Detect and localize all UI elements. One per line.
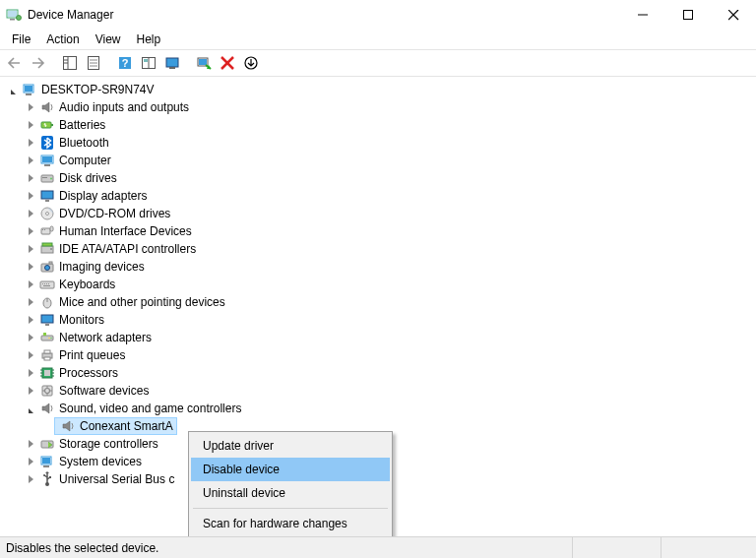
svg-rect-83	[42, 458, 50, 464]
status-cell-3	[662, 537, 750, 558]
svg-point-66	[50, 338, 52, 340]
svg-rect-47	[50, 226, 53, 231]
show-hide-tree-button[interactable]	[59, 52, 81, 74]
tree-category[interactable]: Batteries	[4, 116, 756, 134]
window-title: Device Manager	[28, 8, 620, 22]
tree-category[interactable]: Network adapters	[4, 329, 756, 346]
svg-rect-72	[44, 370, 50, 376]
svg-rect-53	[49, 262, 52, 264]
tree-category[interactable]: Imaging devices	[4, 258, 756, 276]
expand-collapse-icon[interactable]	[24, 262, 37, 273]
expand-collapse-icon[interactable]	[24, 350, 37, 361]
tree-item-label: Computer	[59, 154, 111, 167]
tree-item-label: Sound, video and game controllers	[59, 402, 241, 415]
tree-category[interactable]: Monitors	[4, 311, 756, 329]
update-driver-button[interactable]	[240, 52, 262, 74]
svg-rect-62	[41, 315, 53, 323]
tree-category[interactable]: Processors	[4, 364, 756, 382]
expand-collapse-icon[interactable]	[24, 191, 37, 202]
help-button[interactable]: ?	[114, 52, 136, 74]
maximize-button[interactable]	[665, 0, 711, 30]
disable-button[interactable]	[217, 52, 238, 74]
context-menu-separator	[193, 508, 388, 509]
menu-file[interactable]: File	[4, 31, 38, 48]
tree-category[interactable]: Print queues	[4, 346, 756, 364]
expand-collapse-icon[interactable]	[24, 173, 37, 184]
svg-rect-49	[42, 243, 52, 246]
svg-rect-21	[166, 58, 178, 67]
expand-collapse-icon[interactable]	[24, 226, 37, 237]
tree-category[interactable]: Human Interface Devices	[4, 222, 756, 240]
tree-item-label: System devices	[59, 455, 142, 468]
expand-collapse-icon[interactable]	[24, 315, 37, 326]
tree-category[interactable]: Mice and other pointing devices	[4, 293, 756, 311]
context-menu-item[interactable]: Update driver	[191, 434, 390, 458]
scan-hardware-button[interactable]	[193, 52, 215, 74]
forward-button[interactable]	[28, 52, 49, 74]
expand-collapse-icon[interactable]	[24, 386, 37, 397]
svg-rect-58	[48, 283, 49, 284]
printer-icon	[39, 347, 55, 363]
expand-collapse-icon[interactable]	[24, 155, 37, 166]
camera-icon	[39, 259, 55, 275]
expand-collapse-icon[interactable]	[24, 102, 37, 113]
disk-icon	[39, 170, 55, 186]
keyboard-icon	[39, 277, 55, 292]
battery-icon	[39, 117, 55, 133]
tree-category[interactable]: DVD/CD-ROM drives	[4, 205, 756, 222]
tree-item-label: Batteries	[59, 118, 105, 132]
minimize-button[interactable]	[620, 0, 665, 30]
context-menu-item[interactable]: Scan for hardware changes	[191, 512, 390, 535]
svg-rect-24	[199, 59, 207, 65]
menu-action[interactable]: Action	[38, 31, 87, 48]
svg-rect-29	[25, 86, 32, 92]
svg-rect-19	[144, 59, 148, 62]
tree-category[interactable]: Computer	[4, 152, 756, 169]
toolbar-icon-1[interactable]	[138, 52, 159, 74]
svg-point-3	[17, 16, 22, 21]
expand-collapse-icon[interactable]	[6, 85, 20, 95]
close-button[interactable]	[711, 0, 756, 30]
expand-collapse-icon[interactable]	[24, 120, 37, 131]
svg-rect-44	[41, 228, 50, 234]
expand-collapse-icon[interactable]	[24, 403, 37, 414]
device-tree[interactable]: DESKTOP-SR9N74VAudio inputs and outputsB…	[0, 77, 756, 492]
svg-rect-54	[40, 281, 54, 288]
expand-collapse-icon[interactable]	[24, 439, 37, 450]
tree-root[interactable]: DESKTOP-SR9N74V	[4, 81, 756, 98]
expand-collapse-icon[interactable]	[24, 279, 37, 290]
properties-button[interactable]	[83, 52, 104, 74]
expand-collapse-icon[interactable]	[24, 209, 37, 219]
tree-item-label: Display adapters	[59, 189, 147, 203]
tree-category[interactable]: Disk drives	[4, 169, 756, 187]
optical-icon	[39, 206, 55, 221]
menu-help[interactable]: Help	[129, 31, 169, 48]
hid-icon	[39, 223, 55, 239]
expand-collapse-icon[interactable]	[24, 457, 37, 467]
context-menu-item[interactable]: Uninstall device	[191, 481, 390, 505]
speaker-icon	[39, 401, 55, 416]
expand-collapse-icon[interactable]	[24, 474, 37, 485]
tree-category[interactable]: Display adapters	[4, 187, 756, 205]
tree-category[interactable]: Keyboards	[4, 276, 756, 293]
titlebar: Device Manager	[0, 0, 756, 30]
tree-category[interactable]: Software devices	[4, 382, 756, 400]
tree-item-label: Conexant SmartA	[80, 419, 173, 433]
status-cell-2	[573, 537, 662, 558]
back-button[interactable]	[4, 52, 26, 74]
expand-collapse-icon[interactable]	[24, 368, 37, 379]
tree-category[interactable]: Bluetooth	[4, 134, 756, 152]
tree-category[interactable]: Sound, video and game controllers	[4, 400, 756, 417]
expand-collapse-icon[interactable]	[24, 297, 37, 308]
tree-category[interactable]: IDE ATA/ATAPI controllers	[4, 240, 756, 258]
expand-collapse-icon[interactable]	[24, 138, 37, 149]
tree-category[interactable]: Audio inputs and outputs	[4, 98, 756, 116]
bluetooth-icon	[39, 135, 55, 151]
menu-view[interactable]: View	[88, 31, 129, 48]
toolbar-icon-2[interactable]	[161, 52, 183, 74]
expand-collapse-icon[interactable]	[24, 244, 37, 255]
expand-collapse-icon[interactable]	[24, 333, 37, 343]
context-menu-item[interactable]: Disable device	[191, 458, 390, 481]
tree-item-label: DVD/CD-ROM drives	[59, 207, 170, 220]
system-icon	[39, 454, 55, 469]
